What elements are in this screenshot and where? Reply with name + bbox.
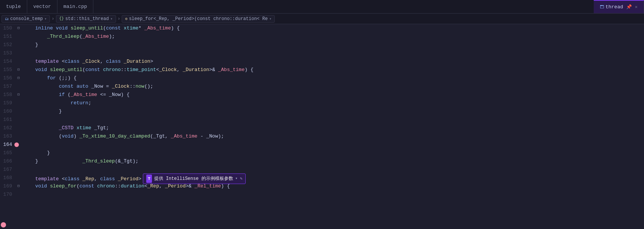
code-text-162: _CSTD xtime _Tgt; [21,124,644,132]
tab-maincpp-label: main.cpp [63,4,87,9]
breadcrumb-scope-arrow: ▾ [44,17,46,21]
code-text-166: } [21,157,644,166]
breadcrumb-method[interactable]: ⊙ sleep_for<_Rep, _Period>(const chrono:… [122,15,275,23]
fold-162 [16,124,21,132]
tab-vector[interactable]: vector [27,0,57,13]
tab-maincpp[interactable]: main.cpp [57,0,93,13]
line-num-165: 165 [0,149,16,157]
code-text-150: inline void sleep_until(const xtime* _Ab… [21,24,644,32]
line-num-161: 161 [0,116,16,124]
fold-154 [16,57,21,66]
line-num-153: 153 [0,49,16,57]
fold-156[interactable]: ⊟ [16,74,21,82]
line-num-157: 157 [0,82,16,91]
fold-160 [16,107,21,116]
code-line-154: 154 template <class _Clock, class _Durat… [0,57,644,66]
code-text-154: template <class _Clock, class _Duration> [21,57,644,66]
code-text-151: _Thrd_sleep(_Abs_time); [21,32,644,41]
code-line-150: 150 ⊟ inline void sleep_until(const xtim… [0,24,644,32]
line-num-166: 166 [0,157,16,166]
code-line-166: 166 } [0,157,644,166]
code-line-158: 158 ⊟ if (_Abs_time <= _Now) { [0,91,644,99]
breadcrumb-scope-label: console_temp [10,16,43,22]
fold-167 [16,166,21,174]
fold-165 [16,149,21,157]
fold-163 [16,132,21,141]
line-num-168: 168 [0,174,16,182]
scope-icon: 🗂 [5,17,9,21]
line-num-170: 170 [0,190,16,199]
code-text-153 [21,49,644,57]
fold-166 [16,157,21,166]
line-num-154: 154 [0,57,16,66]
code-line-170: 170 [0,190,644,199]
code-line-159: 159 return; [0,99,644,107]
line-num-151: 151 [0,32,16,41]
bottom-bp-dot [1,222,6,227]
code-text-157: const auto _Now = _Clock::now(); [21,82,644,91]
fold-170 [16,190,21,199]
code-line-155: 155 ⊟ void sleep_until(const chrono::tim… [0,66,644,74]
fold-155[interactable]: ⊟ [16,66,21,74]
code-line-164: 164 _Thrd_sleep(&_Tgt); [0,141,644,149]
tab-thread-label: thread [605,4,623,10]
breadcrumb-method-label: sleep_for<_Rep, _Period>(const chrono::d… [129,16,268,22]
code-line-165: 165 } [0,149,644,157]
code-text-168: template <class _Rep, class _Period> T 提… [21,174,644,182]
code-text-159: return; [21,99,644,107]
breadcrumb-namespace-label: std::this_thread [65,16,109,22]
namespace-icon: {} [59,17,64,21]
line-num-164: 164 [0,141,16,149]
code-text-163: (void) _To_xtime_10_day_clamped(_Tgt, _A… [21,132,644,141]
intellisense-pencil[interactable]: ✎ [240,175,243,183]
code-text-160: } [21,107,644,116]
code-text-165: } [21,149,644,157]
code-text-156: for (;;) { [21,74,644,82]
fold-168 [16,174,21,182]
tab-bar: tuple vector main.cpp 🗔 thread 📌 ✕ [0,0,644,14]
code-text-152: } [21,41,644,49]
tab-thread-pin[interactable]: 📌 [626,4,632,10]
fold-159 [16,99,21,107]
breadcrumb-namespace[interactable]: {} std::this_thread ▾ [56,15,116,23]
code-line-157: 157 const auto _Now = _Clock::now(); [0,82,644,91]
line-num-162: 162 [0,124,16,132]
code-text-158: if (_Abs_time <= _Now) { [21,91,644,99]
fold-161 [16,116,21,124]
code-line-162: 162 _CSTD xtime _Tgt; [0,124,644,132]
line-num-152: 152 [0,41,16,49]
code-line-163: 163 (void) _To_xtime_10_day_clamped(_Tgt… [0,132,644,141]
code-line-151: 151 _Thrd_sleep(_Abs_time); [0,32,644,41]
fold-151 [16,32,21,41]
fold-158[interactable]: ⊟ [16,91,21,99]
line-num-167: 167 [0,166,16,174]
code-text-155: void sleep_until(const chrono::time_poin… [21,66,644,74]
fold-152 [16,41,21,49]
fold-150[interactable]: ⊟ [16,24,21,32]
tab-thread-close[interactable]: ✕ [635,4,638,10]
line-num-158: 158 [0,91,16,99]
fold-157 [16,82,21,91]
tab-tuple[interactable]: tuple [0,0,27,13]
bottom-breakpoint [0,221,6,229]
breadcrumb-sep1: › [51,16,54,22]
code-text-161 [21,116,644,124]
line-num-163: 163 [0,132,16,141]
code-line-161: 161 [0,116,644,124]
tab-thread[interactable]: 🗔 thread 📌 ✕ [594,0,644,13]
line-num-156: 156 [0,74,16,82]
breadcrumb-scope[interactable]: 🗂 console_temp ▾ [2,15,50,23]
code-text-169: void sleep_for(const chrono::duration<_R… [21,182,644,190]
fold-169[interactable]: ⊟ [16,182,21,190]
line-num-169: 169 [0,182,16,190]
code-text-167 [21,166,644,174]
fold-153 [16,49,21,57]
line-num-159: 159 [0,99,16,107]
tab-vector-label: vector [33,4,51,9]
line-num-155: 155 [0,66,16,74]
breakpoint-164 [14,142,19,147]
breadcrumb-sep2: › [118,16,120,22]
line-num-160: 160 [0,107,16,116]
intellisense-arrow[interactable]: ▾ [235,175,238,183]
breadcrumb-method-arrow: ▾ [269,17,271,21]
